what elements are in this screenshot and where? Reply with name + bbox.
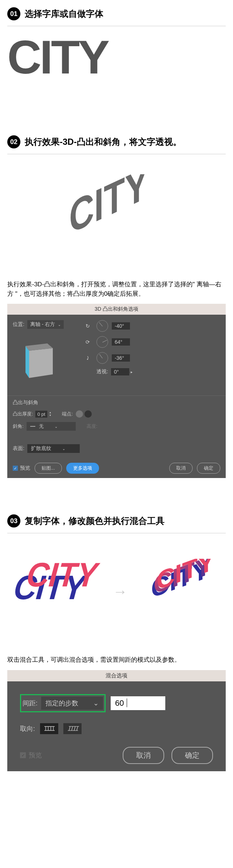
surface-label: 表面: [13,445,24,452]
cap-label: 端点: [62,411,73,417]
3d-cube-preview[interactable] [16,338,67,389]
map-art-button[interactable]: 贴图... [35,463,62,474]
step-number-badge: 03 [7,514,20,527]
more-options-button[interactable]: 更多选项 [66,463,99,474]
orientation-label: 取向: [20,724,35,733]
depth-stepper[interactable]: ▴▾ [50,411,51,417]
step-title: 选择字库或自做字体 [25,8,103,20]
cap-on-icon[interactable] [76,410,83,418]
step-1-section: 01 选择字库或自做字体 [0,0,233,20]
highlighted-spacing-control: 间距: 指定的步数 ⌄ [20,694,106,712]
bevel-none-icon [30,426,35,427]
step-number-badge: 02 [7,135,20,148]
city-overlay-before: CITY CITY [18,555,91,628]
rotate-x-icon: ↻ [86,323,93,329]
chevron-down-icon: ⌄ [58,323,61,327]
step-header: 02 执行效果-3D-凸出和斜角，将文字透视。 [7,135,226,148]
step-header: 03 复制字体，修改颜色并执行混合工具 [7,514,226,527]
stepper-icon[interactable]: ▸ [131,370,133,374]
step-number-badge: 01 [7,7,20,20]
preview-label: 预览 [20,465,30,471]
height-label-disabled: 高度: [87,423,98,430]
chevron-down-icon: ⌄ [62,447,65,451]
orient-align-path-icon[interactable]: ⵊⵊⵊⵊ [63,723,82,734]
blend-preview-area: CITY CITY → CITY CITY CITY [0,533,233,650]
angle-dial-z[interactable] [96,352,108,364]
step-3-section: 03 复制字体，修改颜色并执行混合工具 [0,507,233,527]
spacing-dropdown[interactable]: 指定的步数 ⌄ [41,697,103,710]
surface-value: 扩散底纹 [31,445,51,452]
spacing-label: 间距: [23,699,37,708]
checkbox-disabled-icon: ✓ [20,752,26,758]
svg-text:CITY: CITY [69,174,148,243]
bevel-value: 无 [39,423,44,430]
angle-dial-x[interactable] [96,320,108,332]
preview-checkbox-disabled: ✓ 预览 [20,751,42,760]
ok-button[interactable]: 确定 [171,747,213,764]
cancel-button[interactable]: 取消 [123,747,164,764]
dialog-title: 3D 凸出和斜角选项 [7,304,226,315]
surface-dropdown[interactable]: 扩散底纹 ⌄ [27,444,80,453]
perspective-value[interactable]: 0° [111,368,129,375]
step-title: 执行效果-3D-凸出和斜角，将文字透视。 [25,136,182,148]
ok-button[interactable]: 确定 [197,463,220,474]
angle-z-value[interactable]: -36° [112,354,130,362]
step-2-section: 02 执行效果-3D-凸出和斜角，将文字透视。 [0,128,233,148]
preview-checkbox[interactable]: ✓ 预览 [13,465,30,471]
position-value: 离轴 - 右方 [30,321,55,328]
orient-align-page-icon[interactable]: ⵊⵊⵊⵊ [40,723,58,734]
spacing-value: 指定的步数 [46,699,78,708]
blend-options-dialog: 混合选项 间距: 指定的步数 ⌄ 60 取向: ⵊⵊⵊⵊ ⵊⵊⵊⵊ [7,670,226,771]
position-dropdown[interactable]: 离轴 - 右方 ⌄ [27,320,64,329]
steps-input[interactable]: 60 [111,696,165,710]
arrow-right-icon: → [113,584,127,600]
rotate-z-icon: ⤸ [86,355,93,361]
angle-y-value[interactable]: 64° [112,338,130,346]
city-blended-result: CITY CITY CITY [149,559,215,624]
city-display-text: CITY [0,26,233,128]
city-red-layer: CITY [22,555,103,594]
city-3d-preview: CITY [0,154,233,274]
position-label: 位置: [13,321,24,328]
city-skewed-text: CITY [66,174,167,254]
angle-x-value[interactable]: -40° [112,322,130,330]
dialog-title: 混合选项 [7,670,226,681]
step-header: 01 选择字库或自做字体 [7,7,226,20]
preview-label: 预览 [29,751,42,760]
step-title: 复制字体，修改颜色并执行混合工具 [25,515,165,527]
angle-dial-y[interactable] [96,336,108,348]
step-3-description: 双击混合工具，可调出混合选项，需设置间距的模式以及参数。 [0,650,233,670]
depth-input[interactable]: 0 pt [35,411,48,418]
rotate-y-icon: ⟳ [86,339,93,345]
3d-extrude-dialog: 3D 凸出和斜角选项 位置: 离轴 - 右方 ⌄ ↻ -40° [7,304,226,478]
chevron-down-icon: ⌄ [93,699,99,707]
checkbox-checked-icon: ✓ [13,466,18,471]
svg-marker-1 [29,348,53,378]
svg-marker-3 [25,346,29,378]
cap-off-icon[interactable] [84,410,92,418]
chevron-down-icon: ⌄ [55,425,58,429]
bevel-label: 斜角: [13,423,24,430]
extrude-section-title: 凸出与斜角 [13,399,220,406]
step-2-description: 执行效果-3D-凸出和斜角，打开预览，调整位置，这里选择了选择的" 离轴—右方 … [0,274,233,304]
perspective-label: 透视: [96,369,108,375]
depth-label: 凸出厚度: [13,411,33,417]
cancel-button[interactable]: 取消 [169,463,193,474]
bevel-dropdown[interactable]: 无 ⌄ [27,422,76,431]
